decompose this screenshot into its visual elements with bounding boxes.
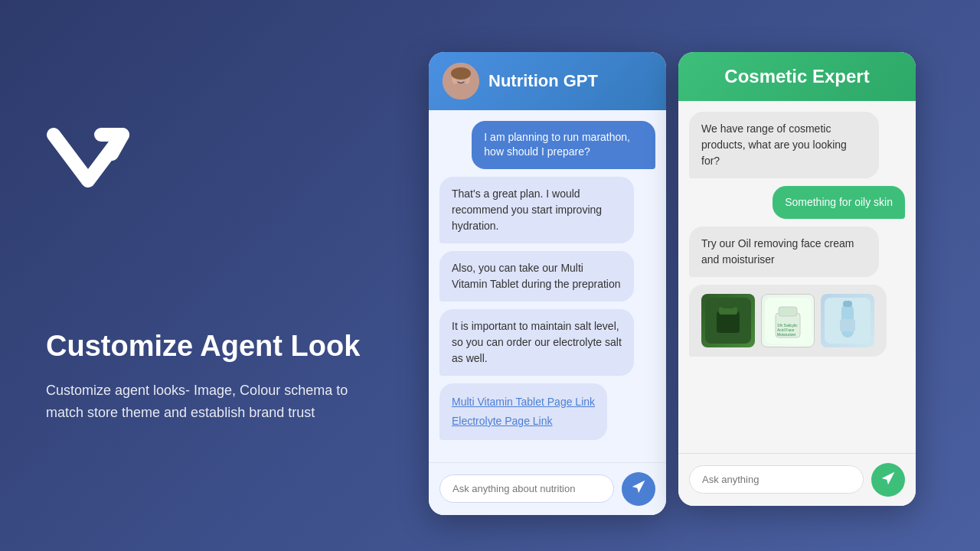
nutrition-chat-window: Nutrition GPT I am planning to run marat… xyxy=(429,52,666,515)
cosmetic-chat-window: Cosmetic Expert We have range of cosmeti… xyxy=(678,52,916,506)
product-image-2: 1% Salicylic Acid Face Moisturizer xyxy=(761,294,815,347)
left-section: Customize Agent Look Customize agent loo… xyxy=(0,81,429,469)
svg-rect-7 xyxy=(717,311,740,333)
nutrition-bot-msg-1: That's a great plan. I would recommend y… xyxy=(439,177,634,243)
svg-rect-12 xyxy=(779,307,797,316)
nutrition-bot-msg-3: It is important to maintain salt level, … xyxy=(439,309,634,376)
nutrition-links-bubble: Multi Vitamin Tablet Page Link Electroly… xyxy=(439,383,607,440)
nutrition-input-area xyxy=(429,462,666,515)
cosmetic-bot-msg-2: Try our Oil removing face cream and mois… xyxy=(689,227,879,277)
page-title: Customize Agent Look xyxy=(46,329,383,364)
multivitamin-link[interactable]: Multi Vitamin Tablet Page Link xyxy=(452,393,595,412)
page-description: Customize agent looks- Image, Colour sch… xyxy=(46,380,383,424)
product-image-1 xyxy=(701,294,755,347)
cosmetic-bot-msg-1: We have range of cosmetic products, what… xyxy=(689,112,879,178)
nutrition-user-msg-1: I am planning to run marathon, how shoul… xyxy=(472,121,655,169)
electrolyte-link[interactable]: Electrolyte Page Link xyxy=(452,412,595,431)
svg-rect-18 xyxy=(843,301,852,307)
cosmetic-input-area xyxy=(678,453,916,506)
cosmetic-chat-header: Cosmetic Expert xyxy=(678,52,916,101)
svg-rect-19 xyxy=(840,319,855,331)
cosmetic-chat-input[interactable] xyxy=(689,465,864,494)
send-icon xyxy=(631,479,646,498)
nutrition-bot-msg-2: Also, you can take our Multi Vitamin Tab… xyxy=(439,251,634,302)
nutrition-avatar xyxy=(443,63,479,99)
svg-text:Moisturizer: Moisturizer xyxy=(777,332,796,337)
svg-point-5 xyxy=(451,67,471,80)
nutrition-chat-input[interactable] xyxy=(439,474,614,503)
cosmetic-user-msg-1: Something for oily skin xyxy=(773,186,905,220)
cosmetic-chat-body: We have range of cosmetic products, what… xyxy=(678,101,916,453)
cosmetic-header-title: Cosmetic Expert xyxy=(724,66,869,86)
cosmetic-send-button[interactable] xyxy=(871,463,905,497)
nutrition-send-button[interactable] xyxy=(622,472,655,506)
nutrition-chat-body: I am planning to run marathon, how shoul… xyxy=(429,110,666,462)
product-image-3 xyxy=(821,294,874,347)
cosmetic-products-bubble: 1% Salicylic Acid Face Moisturizer xyxy=(689,285,887,357)
svg-rect-9 xyxy=(722,302,734,308)
chat-windows: Nutrition GPT I am planning to run marat… xyxy=(429,52,916,515)
nutrition-chat-header: Nutrition GPT xyxy=(429,52,666,110)
cosmetic-send-icon xyxy=(880,471,896,488)
nutrition-header-title: Nutrition GPT xyxy=(488,71,598,91)
logo xyxy=(46,127,383,191)
